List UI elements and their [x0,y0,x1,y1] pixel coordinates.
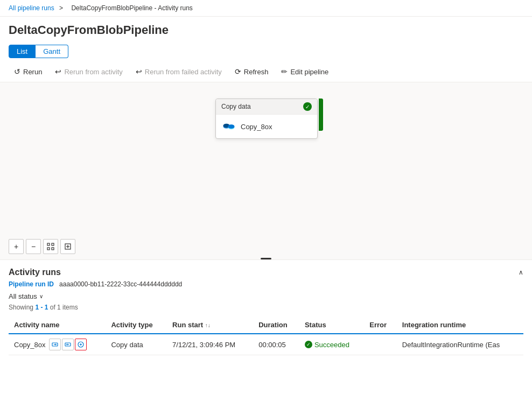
rerun-from-activity-button[interactable]: ↩ Rerun from activity [50,65,128,79]
toolbar: ↺ Rerun ↩ Rerun from activity ↩ Rerun fr… [0,61,532,82]
cell-integration-runtime: DefaultIntegrationRuntime (Eas [397,334,523,355]
cell-activity-type: Copy data [106,334,167,355]
card-body: Copy_8ox [216,115,317,138]
collapse-button[interactable]: ∧ [519,269,523,276]
card-header-label: Copy data [221,103,251,110]
card-header: Copy data ✓ [216,99,317,115]
svg-marker-16 [66,343,67,346]
rerun-button[interactable]: ↺ Rerun [9,65,47,79]
col-error: Error [364,316,396,334]
svg-rect-4 [47,243,50,245]
cell-activity-name: Copy_8ox [9,334,106,355]
canvas-controls: + − [9,239,75,254]
card-success-icon: ✓ [303,102,312,111]
card-connector [319,99,323,131]
breadcrumb-link[interactable]: All pipeline runs [9,4,54,12]
activity-runs-section: Activity runs ∧ Pipeline run ID aaaa0000… [0,260,532,364]
svg-point-3 [228,124,235,129]
breadcrumb-separator: > [59,4,63,12]
rerun-from-failed-label: Rerun from failed activity [145,68,222,76]
rerun-activity-icon: ↩ [55,67,61,76]
rerun-from-activity-label: Rerun from activity [64,68,122,76]
fit-view-button[interactable] [43,239,58,254]
output-button[interactable] [62,339,74,350]
rerun-from-failed-button[interactable]: ↩ Rerun from failed activity [130,65,227,79]
rerun-icon: ↺ [14,67,20,76]
gantt-view-button[interactable]: Gantt [36,45,68,58]
status-filter-label: All status [9,292,37,300]
svg-rect-6 [47,248,50,250]
rerun-label: Rerun [23,68,42,76]
pipeline-run-id-label: Pipeline run ID [9,280,54,288]
details-button[interactable] [75,339,87,350]
scroll-indicator [261,258,271,259]
col-activity-name: Activity name [9,316,106,334]
pipeline-run-id-row: Pipeline run ID aaaa0000-bb11-2222-33cc-… [9,280,523,288]
breadcrumb: All pipeline runs > DeltaCopyFromBlobPip… [0,0,532,17]
svg-rect-5 [52,243,54,245]
pipeline-activity-card[interactable]: Copy data ✓ Copy_8ox [215,99,318,139]
section-header: Activity runs ∧ [9,260,523,280]
pipeline-run-id-value: aaaa0000-bb11-2222-33cc-444444dddddd [59,280,182,288]
section-title: Activity runs [9,268,61,277]
showing-range: 1 - 1 [35,304,48,311]
status-filter-dropdown[interactable]: All status ∨ [9,292,523,300]
card-activity-name: Copy_8ox [241,123,272,131]
col-integration-runtime: Integration runtime [397,316,523,334]
col-activity-type: Activity type [106,316,167,334]
list-view-button[interactable]: List [9,45,36,58]
table-row: Copy_8ox [9,334,523,355]
refresh-label: Refresh [244,68,269,76]
status-label: Succeeded [314,341,349,349]
refresh-button[interactable]: ⟳ Refresh [229,65,274,79]
refresh-icon: ⟳ [235,67,241,76]
sort-icon: ↑↓ [205,322,211,328]
rerun-failed-icon: ↩ [136,67,142,76]
input-button[interactable] [49,339,61,350]
chevron-down-icon: ∨ [39,293,43,299]
svg-marker-13 [55,343,57,346]
zoom-in-button[interactable]: + [9,239,24,254]
breadcrumb-current: DeltaCopyFromBlobPipeline - Activity run… [71,4,192,12]
cell-duration: 00:00:05 [253,334,299,355]
col-status: Status [299,316,364,334]
status-badge: ✓ Succeeded [305,341,359,349]
table-header-row: Activity name Activity type Run start ↑↓… [9,316,523,334]
edit-pipeline-label: Edit pipeline [290,68,328,76]
status-success-icon: ✓ [305,341,312,348]
cell-error [364,334,396,355]
edit-pipeline-button[interactable]: ✏ Edit pipeline [276,65,334,79]
svg-rect-7 [52,248,54,250]
edit-icon: ✏ [281,67,288,76]
view-toggle-bar: List Gantt [0,41,532,61]
showing-count: Showing 1 - 1 of 1 items [9,304,523,311]
cell-status: ✓ Succeeded [299,334,364,355]
col-duration: Duration [253,316,299,334]
copy-data-icon [221,119,236,134]
activity-runs-table: Activity name Activity type Run start ↑↓… [9,316,523,355]
pipeline-canvas: Copy data ✓ Copy_8ox + − [0,82,532,260]
col-run-start[interactable]: Run start ↑↓ [167,316,253,334]
zoom-out-button[interactable]: − [26,239,41,254]
expand-view-button[interactable] [60,239,75,254]
page-title: DeltaCopyFromBlobPipeline [0,17,532,41]
cell-run-start: 7/12/21, 3:09:46 PM [167,334,253,355]
row-actions [49,339,87,350]
